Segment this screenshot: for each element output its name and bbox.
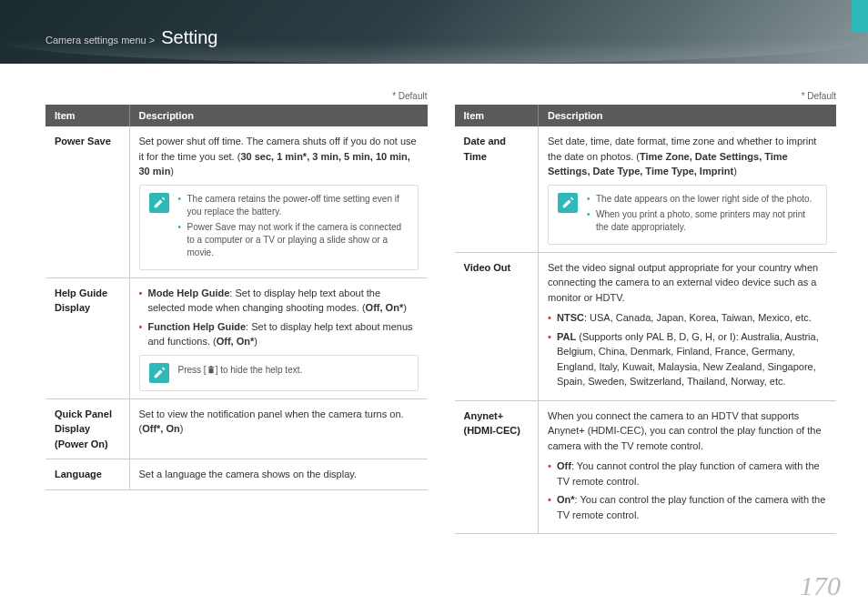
tip-box: The date appears on the lower right side… <box>548 185 827 245</box>
right-column: * Default Item Description Date and Time… <box>455 91 837 534</box>
item-label: Quick Panel Display (Power On) <box>45 398 129 459</box>
pen-icon <box>149 193 169 213</box>
pen-icon <box>149 363 169 383</box>
tip-line: Power Save may not work if the camera is… <box>178 221 409 259</box>
item-label: Help Guide Display <box>45 277 129 398</box>
item-label: Language <box>45 459 129 490</box>
tip-line: The date appears on the lower right side… <box>587 193 817 206</box>
accent-tab <box>852 0 868 32</box>
th-item: Item <box>455 105 539 126</box>
page-number: 170 <box>800 570 841 601</box>
settings-table-right: Item Description Date and Time Set date,… <box>455 105 837 534</box>
row-anynet: Anynet+ (HDMI-CEC) When you connect the … <box>455 400 837 534</box>
th-item: Item <box>45 105 129 126</box>
settings-table-left: Item Description Power Save Set power sh… <box>45 105 428 490</box>
item-desc: Set date, time, date format, time zone a… <box>539 126 837 252</box>
item-desc: When you connect the camera to an HDTV t… <box>539 400 837 534</box>
item-desc: Set the video signal output appropriate … <box>539 252 837 400</box>
pen-icon <box>558 193 578 213</box>
tip-line: When you print a photo, some printers ma… <box>587 208 817 234</box>
breadcrumb: Camera settings menu > <box>45 35 155 45</box>
item-desc: Set power shut off time. The camera shut… <box>129 126 428 277</box>
row-language: Language Set a language the camera shows… <box>45 459 428 490</box>
th-desc: Description <box>539 105 837 126</box>
trash-icon <box>207 365 216 375</box>
item-label: Power Save <box>45 126 129 277</box>
row-help-guide: Help Guide Display Mode Help Guide: Set … <box>45 277 428 398</box>
content-area: * Default Item Description Power Save Se… <box>0 64 868 534</box>
tip-box: The camera retains the power-off time se… <box>139 185 419 270</box>
item-desc: Set a language the camera shows on the d… <box>129 459 428 490</box>
row-date-time: Date and Time Set date, time, date forma… <box>455 126 837 252</box>
item-label: Date and Time <box>455 126 539 252</box>
page-header: Camera settings menu > Setting <box>0 0 868 64</box>
page-title: Setting <box>161 27 217 47</box>
row-power-save: Power Save Set power shut off time. The … <box>45 126 428 277</box>
item-label: Video Out <box>455 252 539 400</box>
default-note-left: * Default <box>45 91 428 101</box>
tip-line: The camera retains the power-off time se… <box>178 193 409 218</box>
tip-box: Press [] to hide the help text. <box>139 355 419 391</box>
item-desc: Set to view the notification panel when … <box>129 398 428 459</box>
item-desc: Mode Help Guide: Set to display help tex… <box>129 277 428 398</box>
row-quick-panel: Quick Panel Display (Power On) Set to vi… <box>45 398 428 459</box>
row-video-out: Video Out Set the video signal output ap… <box>455 252 837 400</box>
th-desc: Description <box>129 105 428 126</box>
left-column: * Default Item Description Power Save Se… <box>45 91 428 534</box>
default-note-right: * Default <box>455 91 837 101</box>
item-label: Anynet+ (HDMI-CEC) <box>455 400 539 534</box>
